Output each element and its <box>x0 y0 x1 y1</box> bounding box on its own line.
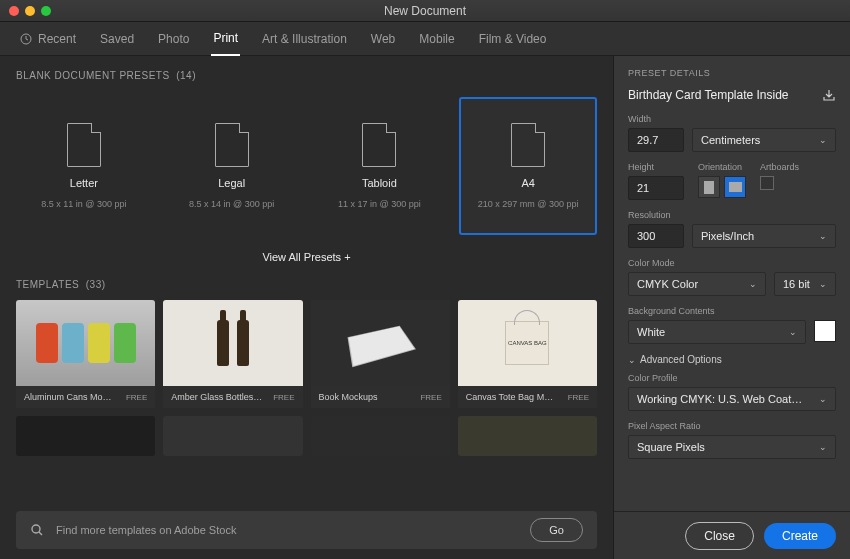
tab-label: Film & Video <box>479 32 547 46</box>
template-thumb <box>311 300 450 386</box>
window-title: New Document <box>0 4 850 18</box>
preset-legal[interactable]: Legal 8.5 x 14 in @ 300 ppi <box>164 97 300 235</box>
tab-recent[interactable]: Recent <box>18 23 78 55</box>
preset-letter[interactable]: Letter 8.5 x 11 in @ 300 ppi <box>16 97 152 235</box>
colormode-select[interactable]: CMYK Color⌄ <box>628 272 766 296</box>
width-label: Width <box>628 114 836 124</box>
template-name: Aluminum Cans Moc… <box>24 392 116 402</box>
resolution-label: Resolution <box>628 210 836 220</box>
chevron-down-icon: ⌄ <box>819 231 827 241</box>
document-icon <box>67 123 101 167</box>
tab-saved[interactable]: Saved <box>98 23 136 55</box>
tab-label: Print <box>213 31 238 45</box>
advanced-options-toggle[interactable]: ⌄ Advanced Options <box>628 354 836 365</box>
orientation-portrait[interactable] <box>698 176 720 198</box>
document-icon <box>215 123 249 167</box>
chevron-down-icon: ⌄ <box>749 279 757 289</box>
template-thumb: CANVAS BAG <box>458 300 597 386</box>
dialog-footer: Close Create <box>614 511 850 559</box>
tab-art[interactable]: Art & Illustration <box>260 23 349 55</box>
template-thumb <box>16 300 155 386</box>
chevron-down-icon: ⌄ <box>819 394 827 404</box>
bg-select[interactable]: White⌄ <box>628 320 806 344</box>
color-profile-select[interactable]: Working CMYK: U.S. Web Coated (S…⌄ <box>628 387 836 411</box>
artboards-checkbox[interactable] <box>760 176 774 190</box>
par-select[interactable]: Square Pixels⌄ <box>628 435 836 459</box>
tab-label: Saved <box>100 32 134 46</box>
preset-sub: 11 x 17 in @ 300 ppi <box>338 199 421 209</box>
advanced-label: Advanced Options <box>640 354 722 365</box>
go-button[interactable]: Go <box>530 518 583 542</box>
svg-point-1 <box>32 525 40 533</box>
document-icon <box>362 123 396 167</box>
templates-header-label: TEMPLATES <box>16 279 79 290</box>
template-badge: FREE <box>420 393 441 402</box>
preset-tabloid[interactable]: Tabloid 11 x 17 in @ 300 ppi <box>312 97 448 235</box>
save-preset-icon[interactable] <box>822 88 836 102</box>
tab-web[interactable]: Web <box>369 23 397 55</box>
view-all-presets[interactable]: View All Presets + <box>16 245 597 279</box>
tab-film[interactable]: Film & Video <box>477 23 549 55</box>
res-units-value: Pixels/Inch <box>701 230 754 242</box>
preset-a4[interactable]: A4 210 x 297 mm @ 300 ppi <box>459 97 597 235</box>
template-thumb <box>458 416 597 456</box>
search-icon <box>30 523 44 537</box>
template-card[interactable] <box>16 416 155 456</box>
orientation-landscape[interactable] <box>724 176 746 198</box>
colormode-label: Color Mode <box>628 258 836 268</box>
artboards-label: Artboards <box>760 162 799 172</box>
template-badge: FREE <box>568 393 589 402</box>
stock-search-bar[interactable]: Find more templates on Adobe Stock Go <box>16 511 597 549</box>
template-card[interactable] <box>458 416 597 456</box>
template-card[interactable] <box>311 416 450 456</box>
preset-name: Legal <box>218 177 245 189</box>
template-card[interactable]: Aluminum Cans Moc…FREE <box>16 300 155 408</box>
tab-label: Photo <box>158 32 189 46</box>
bitdepth-select[interactable]: 16 bit⌄ <box>774 272 836 296</box>
template-thumb <box>163 300 302 386</box>
preset-name: A4 <box>521 177 534 189</box>
preset-details-panel: PRESET DETAILS Birthday Card Template In… <box>613 56 850 559</box>
preset-sub: 210 x 297 mm @ 300 ppi <box>478 199 579 209</box>
tab-photo[interactable]: Photo <box>156 23 191 55</box>
template-card[interactable]: CANVAS BAG Canvas Tote Bag Mo…FREE <box>458 300 597 408</box>
close-button[interactable]: Close <box>685 522 754 550</box>
svg-line-2 <box>39 532 42 535</box>
resolution-input[interactable] <box>628 224 684 248</box>
bag-label: CANVAS BAG <box>505 321 549 365</box>
template-thumb <box>16 416 155 456</box>
height-input[interactable] <box>628 176 684 200</box>
main-panel: BLANK DOCUMENT PRESETS (14) Letter 8.5 x… <box>0 56 613 559</box>
presets-header-label: BLANK DOCUMENT PRESETS <box>16 70 170 81</box>
presets-count: (14) <box>176 70 196 81</box>
preset-row: Letter 8.5 x 11 in @ 300 ppi Legal 8.5 x… <box>16 97 597 235</box>
tab-mobile[interactable]: Mobile <box>417 23 456 55</box>
template-name: Book Mockups <box>319 392 378 402</box>
document-name-field[interactable]: Birthday Card Template Inside <box>628 88 814 102</box>
create-button[interactable]: Create <box>764 523 836 549</box>
bg-color-swatch[interactable] <box>814 320 836 342</box>
search-placeholder: Find more templates on Adobe Stock <box>56 524 518 536</box>
tab-label: Recent <box>38 32 76 46</box>
presets-header: BLANK DOCUMENT PRESETS (14) <box>16 70 597 81</box>
tab-label: Mobile <box>419 32 454 46</box>
templates-count: (33) <box>86 279 106 290</box>
units-select[interactable]: Centimeters⌄ <box>692 128 836 152</box>
template-card[interactable]: Book MockupsFREE <box>311 300 450 408</box>
template-name: Canvas Tote Bag Mo… <box>466 392 558 402</box>
orientation-label: Orientation <box>698 162 746 172</box>
preset-name: Letter <box>70 177 98 189</box>
width-input[interactable] <box>628 128 684 152</box>
bg-value: White <box>637 326 665 338</box>
chevron-down-icon: ⌄ <box>628 355 636 365</box>
preset-sub: 8.5 x 14 in @ 300 ppi <box>189 199 274 209</box>
tab-print[interactable]: Print <box>211 22 240 56</box>
chevron-down-icon: ⌄ <box>819 135 827 145</box>
chevron-down-icon: ⌄ <box>789 327 797 337</box>
color-profile-label: Color Profile <box>628 373 836 383</box>
template-card[interactable]: Amber Glass Bottles…FREE <box>163 300 302 408</box>
resolution-units-select[interactable]: Pixels/Inch⌄ <box>692 224 836 248</box>
template-card[interactable] <box>163 416 302 456</box>
par-value: Square Pixels <box>637 441 705 453</box>
template-name: Amber Glass Bottles… <box>171 392 262 402</box>
